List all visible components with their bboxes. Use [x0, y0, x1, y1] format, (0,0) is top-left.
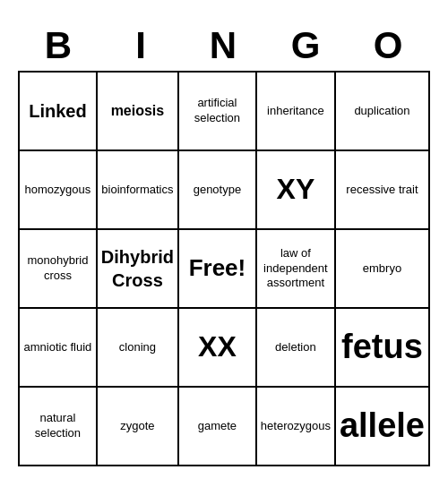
header-letter: I — [100, 21, 183, 71]
header-letter: O — [348, 21, 430, 71]
bingo-cell: heterozygous — [257, 388, 336, 466]
bingo-cell: genotype — [179, 151, 257, 230]
bingo-cell: meiosis — [98, 73, 179, 151]
bingo-cell: law of independent assortment — [257, 230, 336, 309]
bingo-cell: cloning — [98, 309, 179, 388]
header-letter: B — [18, 21, 100, 71]
bingo-cell: Linked — [20, 73, 98, 151]
bingo-cell: natural selection — [20, 388, 98, 466]
bingo-cell: gamete — [179, 388, 257, 466]
bingo-cell: embryo — [336, 230, 430, 309]
bingo-cell: monohybrid cross — [20, 230, 98, 309]
bingo-cell: Dihybrid Cross — [98, 230, 179, 309]
bingo-cell: zygote — [98, 388, 179, 466]
bingo-cell: artificial selection — [179, 73, 257, 151]
bingo-cell: deletion — [257, 309, 336, 388]
bingo-cell: allele — [336, 388, 430, 466]
bingo-cell: homozygous — [20, 151, 98, 230]
bingo-cell: XY — [257, 151, 336, 230]
header-letter: N — [183, 21, 265, 71]
bingo-cell: fetus — [336, 309, 430, 388]
bingo-cell: XX — [179, 309, 257, 388]
bingo-grid: Linkedmeiosisartificial selectioninherit… — [18, 71, 430, 466]
bingo-cell: recessive trait — [336, 151, 430, 230]
bingo-cell: bioinformatics — [98, 151, 179, 230]
bingo-cell: duplication — [336, 73, 430, 151]
bingo-card: BINGO Linkedmeiosisartificial selectioni… — [18, 21, 430, 466]
bingo-header: BINGO — [18, 21, 430, 71]
bingo-cell: inheritance — [257, 73, 336, 151]
bingo-cell: amniotic fluid — [20, 309, 98, 388]
bingo-cell: Free! — [179, 230, 257, 309]
header-letter: G — [265, 21, 348, 71]
